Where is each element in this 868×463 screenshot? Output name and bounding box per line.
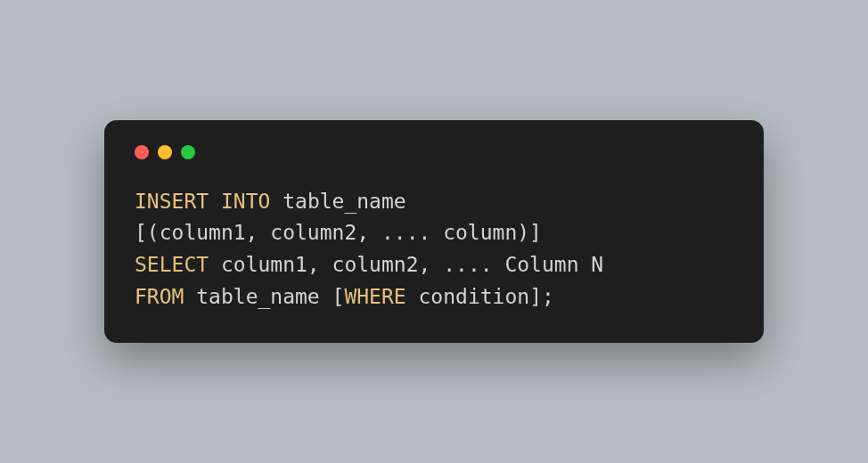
code-text: table_name (270, 190, 405, 213)
maximize-icon[interactable] (181, 145, 195, 159)
keyword-select: SELECT (135, 253, 209, 276)
keyword-from: FROM (135, 285, 184, 308)
keyword-into: INTO (221, 190, 270, 213)
traffic-lights (129, 142, 739, 159)
code-text: condition]; (406, 285, 554, 308)
close-icon[interactable] (135, 145, 149, 159)
code-text: table_name [ (184, 285, 344, 308)
keyword-insert: INSERT (135, 190, 209, 213)
code-block: INSERT INTO table_name [(column1, column… (129, 186, 739, 313)
code-text: [(column1, column2, .... column)] (135, 221, 542, 244)
code-window: INSERT INTO table_name [(column1, column… (104, 120, 764, 344)
keyword-where: WHERE (344, 285, 405, 308)
minimize-icon[interactable] (158, 145, 172, 159)
code-text: column1, column2, .... Column N (209, 253, 603, 276)
